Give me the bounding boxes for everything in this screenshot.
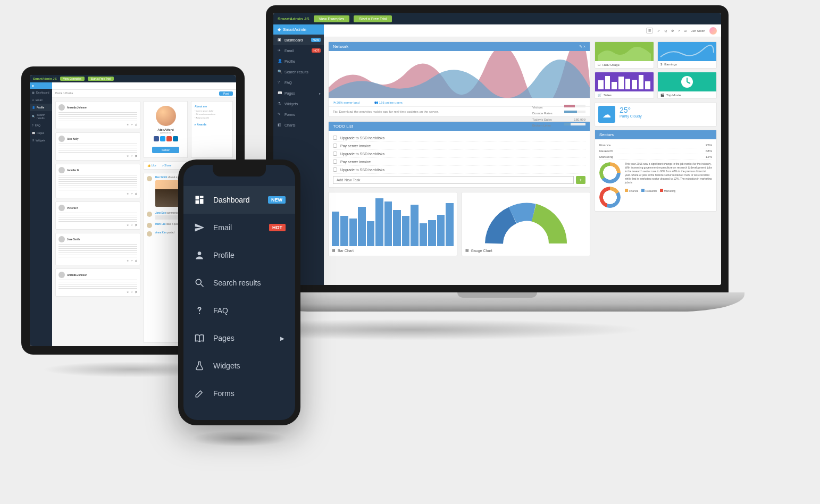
help-icon[interactable]: ? (678, 29, 680, 32)
grid-icon[interactable]: ⊞ (684, 29, 687, 32)
sidebar-item-widgets[interactable]: ⚗Widgets (273, 98, 324, 109)
main-area: ☰ ⤢ Q ⚙ ? ⊞ Jeff Smith (324, 24, 721, 285)
chart-legend-icon: ▩ (465, 248, 469, 253)
sidebar-item-profile[interactable]: Profile (183, 241, 295, 269)
checkbox-icon[interactable] (333, 152, 337, 156)
gauge-chart (465, 196, 587, 246)
dashboard-icon: ▣ (278, 38, 282, 42)
sidebar-item-dashboard[interactable]: ▣ Dashboard (30, 89, 52, 96)
sidebar-item-profile[interactable]: 👤Profile (273, 56, 324, 66)
reply-icon[interactable]: ↩ (131, 291, 133, 293)
view-examples-button[interactable]: View Examples (314, 15, 350, 22)
share-icon[interactable]: ⇄ (135, 155, 137, 157)
panel-actions[interactable]: ✎ × (579, 45, 585, 49)
sidebar-brand[interactable]: ◆ (30, 82, 52, 89)
google-icon[interactable] (166, 136, 172, 141)
online-users-stat: 👥 156 online users (374, 100, 403, 104)
checkbox-icon[interactable] (333, 159, 337, 164)
nav-label: Forms (213, 389, 235, 398)
reply-icon[interactable]: ↩ (131, 224, 133, 226)
sidebar-item-email[interactable]: Email HOT (183, 214, 295, 241)
sidebar-item-widgets[interactable]: Widgets (183, 352, 295, 380)
nav-label: Search results (213, 279, 261, 287)
avatar[interactable] (709, 27, 717, 35)
star-icon[interactable]: ★ (127, 224, 129, 226)
earnings-sparkline (658, 42, 716, 61)
todo-item[interactable]: Upgrade to SSD harddisks (333, 166, 585, 174)
sidebar-item-pages[interactable]: Pages ▶ (183, 324, 295, 352)
share-icon[interactable]: ⇄ (135, 192, 137, 195)
sidebar-item-widgets[interactable]: ⚗ Widgets (30, 137, 52, 144)
profile-row: AlexAlford @alexalford Follow About me •… (144, 101, 233, 158)
sales-tile[interactable]: 🛒Sales (595, 72, 654, 99)
share-icon[interactable]: ⇄ (135, 224, 137, 226)
right-column: ⊟HDD Usage $Earnings 🛒Sales (595, 41, 717, 281)
hdd-tile[interactable]: ⊟HDD Usage (595, 41, 654, 69)
email-icon: ✈ (278, 48, 282, 53)
add-task-button[interactable]: + (576, 176, 585, 184)
reply-icon[interactable]: ↩ (131, 123, 133, 126)
nav-label: Dashboard (213, 196, 250, 204)
sidebar-item-search[interactable]: 🔍 Search results (30, 111, 52, 122)
todo-item[interactable]: Upgrade to SSD harddisks (333, 150, 585, 158)
post-button[interactable]: Post (219, 91, 233, 96)
facebook-icon[interactable] (154, 136, 159, 141)
gear-icon[interactable]: ⚙ (671, 29, 674, 32)
follow-button[interactable]: Follow (152, 147, 179, 153)
avatar (147, 176, 152, 181)
sidebar-item-dashboard[interactable]: ▣DashboardNEW (273, 35, 324, 45)
todo-item[interactable]: Pay server invoice (333, 158, 585, 166)
brand-logo: SmartAdmin JS (33, 77, 57, 80)
search-header-icon[interactable]: Q (664, 29, 667, 32)
sidebar-item-charts[interactable]: ◧Charts (273, 120, 324, 130)
star-icon[interactable]: ★ (127, 259, 129, 262)
sidebar-item-email[interactable]: ✈ Email (30, 96, 52, 104)
sidebar-item-search[interactable]: 🔍Search results (273, 66, 324, 77)
todo-input[interactable] (333, 176, 574, 184)
view-examples-button[interactable]: View Examples (60, 77, 85, 81)
reply-icon[interactable]: ↩ (131, 192, 133, 195)
earnings-tile[interactable]: $Earnings (657, 41, 717, 69)
sidebar-item-search[interactable]: Search results (183, 269, 295, 297)
network-title: Network (333, 44, 348, 49)
avatar (147, 223, 152, 228)
menu-toggle-icon[interactable]: ☰ (646, 28, 653, 33)
star-icon[interactable]: ★ (127, 123, 129, 126)
star-icon[interactable]: ★ (127, 155, 129, 157)
sidebar-item-faq[interactable]: ? FAQ (30, 122, 52, 129)
sidebar-brand[interactable]: ◆ SmartAdmin (273, 24, 324, 35)
reply-icon[interactable]: ↩ (131, 259, 133, 262)
sidebar-item-pages[interactable]: 📖 Pages (30, 129, 52, 137)
todo-item[interactable]: Upgrade to SSD harddisks (333, 134, 585, 142)
weather-temp: 25° (620, 106, 642, 114)
sidebar-item-email[interactable]: ✈EmailHOT (273, 45, 324, 56)
sidebar-item-faq[interactable]: FAQ (183, 297, 295, 324)
linkedin-icon[interactable] (173, 136, 178, 141)
checkbox-icon[interactable] (333, 136, 337, 140)
cloud-icon: ☁ (598, 106, 615, 123)
user-name[interactable]: Jeff Smith (691, 29, 705, 32)
star-icon[interactable]: ★ (127, 291, 129, 293)
movie-tile[interactable]: 🎬Top Movie (657, 72, 717, 99)
share-icon[interactable]: ⇄ (135, 123, 137, 126)
star-icon[interactable]: ★ (127, 192, 129, 195)
todo-item[interactable]: Pay server invoice (333, 142, 585, 150)
free-trial-button[interactable]: Start a Free Trial (88, 77, 114, 81)
fullscreen-icon[interactable]: ⤢ (657, 29, 660, 32)
sidebar-item-pages[interactable]: 📖Pages▸ (273, 88, 324, 98)
sidebar-item-profile[interactable]: 👤 Profile (30, 104, 52, 111)
free-trial-button[interactable]: Start a Free Trial (354, 15, 392, 22)
checkbox-icon[interactable] (333, 167, 337, 172)
like-button[interactable]: 👍 Like (147, 164, 156, 167)
share-button[interactable]: ↗ Share (162, 164, 172, 167)
sidebar-item-dashboard[interactable]: Dashboard NEW (183, 186, 295, 214)
reply-icon[interactable]: ↩ (131, 155, 133, 157)
twitter-icon[interactable] (160, 136, 165, 141)
chart-icon: ◧ (278, 123, 282, 127)
share-icon[interactable]: ⇄ (135, 259, 137, 262)
checkbox-icon[interactable] (333, 144, 337, 148)
share-icon[interactable]: ⇄ (135, 291, 137, 293)
sidebar-item-faq[interactable]: ?FAQ (273, 77, 324, 88)
sidebar-item-forms[interactable]: Forms (183, 380, 295, 407)
sidebar-item-forms[interactable]: ✎Forms (273, 109, 324, 120)
